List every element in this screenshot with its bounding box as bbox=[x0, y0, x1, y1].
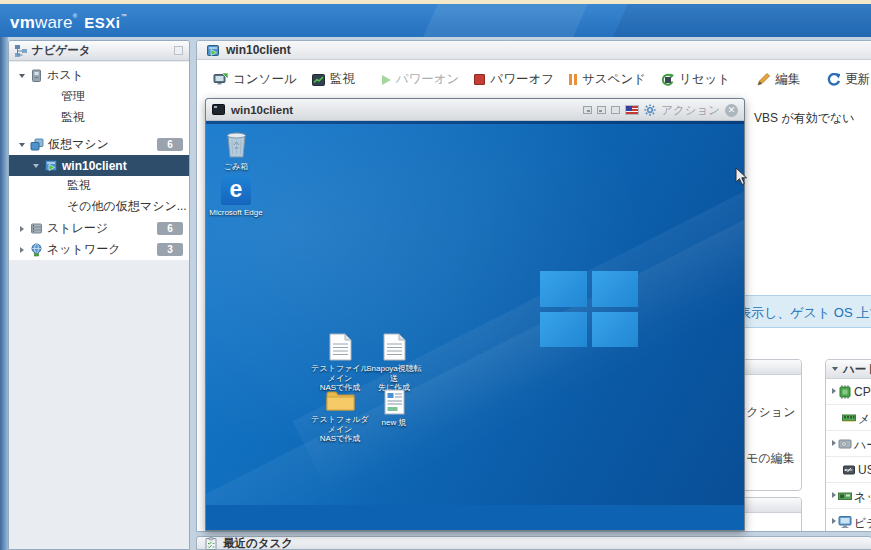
sidebar-item-label: ネットワーク bbox=[47, 241, 120, 258]
hardware-row-harddisk[interactable]: ハードディスク bbox=[826, 431, 871, 457]
storage-icon bbox=[30, 222, 43, 235]
sidebar-item-label: win10client bbox=[62, 159, 127, 173]
reset-label: リセット bbox=[679, 71, 730, 88]
document-icon bbox=[384, 389, 405, 415]
logo-ware: ware bbox=[35, 13, 73, 32]
console-actions-gear-icon[interactable] bbox=[644, 104, 656, 116]
close-icon[interactable]: ✕ bbox=[725, 104, 738, 117]
power-on-label: パワーオン bbox=[396, 71, 460, 88]
play-icon bbox=[382, 75, 391, 85]
sidebar-item-vm-monitor[interactable]: 監視 bbox=[9, 175, 189, 196]
navigator-tree: ホスト 管理 監視 仮想マシン 6 win10client 監視 bbox=[9, 62, 189, 260]
sidebar-item-host[interactable]: ホスト bbox=[9, 65, 189, 86]
network-count-badge: 3 bbox=[157, 243, 183, 256]
hardware-row-label: ハードディスク bbox=[854, 437, 871, 454]
sidebar-item-label: ホスト bbox=[47, 67, 84, 84]
recent-tasks-bar[interactable]: 最近のタスク bbox=[196, 536, 871, 550]
vm-console-window[interactable]: win10client アクション ✕ ごみ箱 e Microsoft Edge bbox=[205, 98, 745, 531]
hardware-row-video[interactable]: ビデオ bbox=[826, 509, 871, 532]
chevron-down-icon[interactable] bbox=[31, 164, 41, 168]
sidebar-item-label: 管理 bbox=[61, 88, 85, 105]
desktop-icon-label: ごみ箱 bbox=[224, 162, 248, 172]
logo-tm: ™ bbox=[120, 13, 126, 19]
console-icon bbox=[213, 73, 228, 86]
app-header: vmware®ESXi™ bbox=[0, 4, 871, 37]
navigator-title: ナビゲータ bbox=[32, 43, 91, 58]
desktop-icon-label: テストフォルダ メイン NASで作成 bbox=[310, 415, 370, 444]
harddisk-icon bbox=[838, 437, 852, 451]
chevron-down-icon[interactable] bbox=[17, 143, 27, 147]
sidebar-item-label: 仮想マシン bbox=[48, 136, 109, 153]
power-on-button[interactable]: パワーオン bbox=[382, 71, 460, 88]
network-globe-icon bbox=[30, 243, 43, 257]
vm-tab-title: win10client bbox=[226, 43, 291, 57]
window-option-icon[interactable] bbox=[583, 106, 592, 114]
sidebar-item-network[interactable]: ネットワーク 3 bbox=[9, 239, 189, 260]
sidebar-item-host-manage[interactable]: 管理 bbox=[9, 86, 189, 107]
monitor-button[interactable]: 監視 bbox=[312, 71, 355, 88]
sidebar-item-label: 監視 bbox=[67, 177, 91, 194]
logo-vm: vm bbox=[10, 13, 35, 32]
desktop-icon-label: Microsoft Edge bbox=[209, 208, 262, 218]
console-actions-label[interactable]: アクション bbox=[661, 103, 720, 118]
chevron-right-icon[interactable] bbox=[17, 247, 27, 253]
header-decoration bbox=[610, 4, 871, 37]
desktop-icon-recycle-bin[interactable]: ごみ箱 bbox=[206, 129, 266, 172]
window-option-icon[interactable] bbox=[597, 106, 606, 114]
vm-count-badge: 6 bbox=[157, 138, 183, 151]
power-off-button[interactable]: パワーオフ bbox=[474, 71, 554, 88]
hardware-row-network[interactable]: ネットワーク bbox=[826, 483, 871, 509]
monitor-button-label: 監視 bbox=[330, 71, 355, 88]
desktop-icon-test-folder[interactable]: テストフォルダ メイン NASで作成 bbox=[310, 389, 370, 444]
video-monitor-icon bbox=[838, 515, 852, 529]
sidebar-collapse-button[interactable] bbox=[174, 46, 183, 55]
window-maximize-icon[interactable] bbox=[611, 106, 620, 114]
memory-icon bbox=[842, 411, 856, 425]
hardware-row-label: USB bbox=[858, 463, 871, 477]
chevron-down-icon bbox=[832, 367, 838, 371]
refresh-label: 更新 bbox=[845, 71, 870, 88]
hardware-row-label: CPU bbox=[854, 385, 871, 399]
hardware-row-label: ネットワーク bbox=[854, 489, 871, 506]
hardware-row-label: ビデオ bbox=[854, 515, 871, 532]
reset-button[interactable]: リセット bbox=[661, 71, 730, 88]
windows-desktop[interactable]: ごみ箱 e Microsoft Edge テストファイル メイン NASで作成 … bbox=[206, 121, 744, 505]
sidebar-item-more-vms[interactable]: その他の仮想マシン... bbox=[9, 196, 189, 217]
console-window-title: win10client bbox=[231, 104, 293, 116]
desktop-icon-text-file-2[interactable]: Snapoya視聴転送 先に作成 bbox=[364, 333, 424, 393]
desktop-icon-new-doc[interactable]: new 規 bbox=[364, 389, 424, 428]
refresh-button[interactable]: 更新 bbox=[827, 71, 870, 88]
logo-reg: ® bbox=[73, 13, 78, 19]
us-keyboard-flag-icon[interactable] bbox=[625, 105, 639, 115]
sidebar-item-storage[interactable]: ストレージ 6 bbox=[9, 218, 189, 239]
hardware-row-memory[interactable]: メモリ bbox=[826, 405, 871, 431]
usb-icon bbox=[842, 463, 856, 477]
hardware-panel-header[interactable]: ハードウェア構成 bbox=[826, 360, 871, 379]
hardware-row-cpu[interactable]: CPU bbox=[826, 379, 871, 405]
sidebar-item-virtual-machines[interactable]: 仮想マシン 6 bbox=[9, 134, 189, 155]
text-file-icon bbox=[329, 333, 352, 361]
console-button[interactable]: コンソール bbox=[213, 71, 297, 88]
edge-icon: e bbox=[221, 175, 251, 205]
chevron-down-icon[interactable] bbox=[17, 74, 27, 78]
console-titlebar[interactable]: win10client アクション ✕ bbox=[206, 99, 744, 121]
vm-running-icon bbox=[44, 159, 58, 172]
recent-tasks-icon bbox=[205, 537, 217, 550]
sidebar-item-win10client[interactable]: win10client bbox=[9, 155, 189, 176]
sidebar-item-host-monitor[interactable]: 監視 bbox=[9, 107, 189, 128]
hardware-row-usb[interactable]: USB bbox=[826, 457, 871, 483]
logo-esxi: ESXi bbox=[84, 14, 120, 31]
edit-button[interactable]: 編集 bbox=[757, 71, 800, 88]
chevron-right-icon[interactable] bbox=[17, 226, 27, 232]
text-file-icon bbox=[383, 333, 406, 361]
desktop-top-shade bbox=[206, 121, 744, 124]
desktop-icon-text-file-1[interactable]: テストファイル メイン NASで作成 bbox=[310, 333, 370, 393]
desktop-icon-label: new 規 bbox=[382, 418, 407, 428]
navigator-header: ナビゲータ bbox=[9, 41, 189, 61]
mouse-cursor bbox=[735, 167, 748, 190]
recent-tasks-title: 最近のタスク bbox=[223, 536, 293, 550]
desktop-icon-microsoft-edge[interactable]: e Microsoft Edge bbox=[206, 175, 266, 218]
suspend-button[interactable]: サスペンド bbox=[569, 71, 646, 88]
sidebar-item-label: ストレージ bbox=[47, 220, 108, 237]
host-icon bbox=[30, 69, 43, 83]
